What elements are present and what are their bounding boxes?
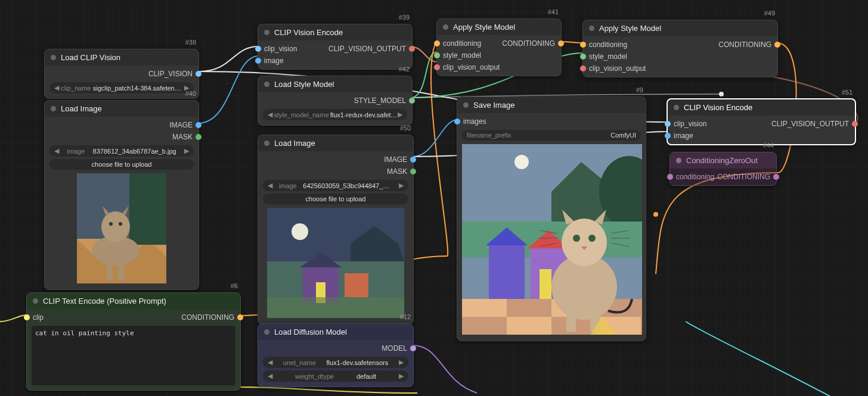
arrow-left-icon[interactable]: ◀ bbox=[54, 147, 59, 155]
node-header[interactable]: Save Image bbox=[457, 97, 646, 113]
arrow-left-icon[interactable]: ◀ bbox=[268, 372, 272, 380]
node-header[interactable]: CLIP Text Encode (Positive Prompt) bbox=[27, 293, 240, 309]
output-style-model[interactable]: STYLE_MODEL bbox=[258, 95, 412, 107]
node-id: #38 bbox=[185, 39, 196, 46]
collapse-toggle-icon[interactable] bbox=[463, 102, 469, 108]
collapse-toggle-icon[interactable] bbox=[33, 298, 38, 304]
input-conditioning[interactable]: conditioning CONDITIONING bbox=[583, 39, 777, 51]
arrow-right-icon[interactable]: ▶ bbox=[399, 358, 404, 366]
node-load-clip-vision[interactable]: #38 Load CLIP Vision CLIP_VISION ◀ clip_… bbox=[44, 49, 199, 99]
input-clip-vision[interactable]: clip_vision CLIP_VISION_OUTPUT bbox=[258, 43, 412, 55]
collapse-toggle-icon[interactable] bbox=[589, 26, 594, 31]
arrow-left-icon[interactable]: ◀ bbox=[268, 358, 272, 366]
node-header[interactable]: Load Diffusion Model bbox=[258, 324, 413, 340]
svg-rect-4 bbox=[129, 173, 166, 245]
output-image[interactable]: IMAGE bbox=[258, 154, 413, 166]
arrow-right-icon[interactable]: ▶ bbox=[399, 372, 404, 380]
collapse-toggle-icon[interactable] bbox=[674, 105, 679, 110]
arrow-right-icon[interactable]: ▶ bbox=[399, 182, 404, 189]
widget-image[interactable]: ◀ image 6425603059_53bc944847_b.jpg ▶ bbox=[263, 180, 408, 191]
svg-rect-26 bbox=[462, 299, 507, 317]
widget-clip-name[interactable]: ◀ clip_name sigclip_patch14-384.safetens… bbox=[49, 82, 194, 93]
arrow-left-icon[interactable]: ◀ bbox=[54, 84, 59, 92]
node-id: #12 bbox=[400, 313, 411, 320]
upload-button[interactable]: choose file to upload bbox=[263, 194, 408, 204]
collapse-toggle-icon[interactable] bbox=[264, 82, 269, 87]
node-apply-style-model-1[interactable]: #41 Apply Style Model conditioning CONDI… bbox=[436, 18, 562, 76]
input-clip[interactable]: clip CONDITIONING bbox=[27, 311, 240, 323]
svg-rect-28 bbox=[507, 317, 551, 335]
node-header[interactable]: Apply Style Model bbox=[437, 19, 561, 35]
svg-point-32 bbox=[573, 235, 580, 242]
prompt-text-input[interactable]: cat in oil painting style bbox=[32, 326, 235, 385]
widget-weight-dtype[interactable]: ◀ weight_dtype default ▶ bbox=[263, 370, 408, 382]
node-save-image[interactable]: #9 Save Image images filename_prefix Com… bbox=[457, 96, 646, 341]
input-style-model[interactable]: style_model bbox=[437, 49, 561, 61]
svg-rect-9 bbox=[107, 257, 113, 280]
input-clip-vision-output[interactable]: clip_vision_output bbox=[437, 61, 561, 73]
widget-style-model-name[interactable]: ◀ style_model_name flux1-redux-dev.safet… bbox=[263, 109, 407, 120]
widget-image[interactable]: ◀ image 8378612_34ab6787ae_b.jpg ▶ bbox=[49, 145, 194, 157]
arrow-right-icon[interactable]: ▶ bbox=[184, 147, 189, 155]
widget-unet-name[interactable]: ◀ unet_name flux1-dev.safetensors ▶ bbox=[263, 357, 408, 368]
input-clip-vision[interactable]: clip_vision CLIP_VISION_OUTPUT bbox=[668, 118, 855, 130]
output-mask[interactable]: MASK bbox=[258, 166, 413, 177]
output-clip-vision[interactable]: CLIP_VISION bbox=[45, 68, 199, 80]
node-header[interactable]: Apply Style Model bbox=[583, 20, 777, 36]
node-title: Load Diffusion Model bbox=[274, 328, 347, 336]
node-header[interactable]: Load Image bbox=[45, 101, 199, 117]
node-clip-vision-encode-2[interactable]: #51 CLIP Vision Encode clip_vision CLIP_… bbox=[666, 98, 856, 145]
image-preview bbox=[267, 208, 404, 318]
input-image[interactable]: image bbox=[668, 130, 855, 142]
widget-filename-prefix[interactable]: filename_prefix ComfyUI bbox=[462, 130, 641, 141]
output-mask[interactable]: MASK bbox=[45, 131, 199, 143]
node-header[interactable]: CLIP Vision Encode bbox=[668, 99, 855, 116]
svg-rect-34 bbox=[566, 305, 576, 332]
svg-rect-17 bbox=[267, 297, 404, 318]
collapse-toggle-icon[interactable] bbox=[264, 141, 269, 146]
collapse-toggle-icon[interactable] bbox=[264, 30, 269, 35]
input-image[interactable]: image bbox=[258, 55, 412, 67]
input-conditioning[interactable]: conditioning CONDITIONING bbox=[670, 171, 776, 183]
node-title: Apply Style Model bbox=[599, 24, 661, 33]
collapse-toggle-icon[interactable] bbox=[264, 329, 269, 335]
node-header[interactable]: Load CLIP Vision bbox=[45, 49, 199, 66]
node-conditioning-zero-out[interactable]: #44 ConditioningZeroOut conditioning CON… bbox=[669, 152, 777, 186]
node-id: #50 bbox=[400, 124, 411, 132]
node-clip-vision-encode[interactable]: #39 CLIP Vision Encode clip_vision CLIP_… bbox=[258, 24, 413, 70]
input-style-model[interactable]: style_model bbox=[583, 51, 777, 63]
node-header[interactable]: CLIP Vision Encode bbox=[258, 24, 412, 40]
node-title: CLIP Vision Encode bbox=[684, 103, 752, 112]
input-images[interactable]: images bbox=[457, 116, 646, 127]
arrow-right-icon[interactable]: ▶ bbox=[398, 111, 402, 119]
svg-point-12 bbox=[292, 223, 308, 240]
svg-point-0 bbox=[719, 92, 724, 96]
collapse-toggle-icon[interactable] bbox=[51, 106, 56, 111]
node-title: Load Image bbox=[274, 139, 315, 148]
arrow-left-icon[interactable]: ◀ bbox=[268, 182, 272, 189]
node-header[interactable]: Load Style Model bbox=[258, 76, 412, 92]
node-load-style-model[interactable]: #42 Load Style Model STYLE_MODEL ◀ style… bbox=[258, 76, 413, 126]
node-apply-style-model-2[interactable]: #49 Apply Style Model conditioning CONDI… bbox=[582, 20, 778, 77]
upload-button[interactable]: choose file to upload bbox=[49, 159, 194, 170]
node-header[interactable]: Load Image bbox=[258, 135, 413, 151]
image-preview bbox=[77, 173, 166, 283]
collapse-toggle-icon[interactable] bbox=[51, 55, 56, 60]
output-preview bbox=[462, 144, 642, 335]
collapse-toggle-icon[interactable] bbox=[676, 158, 681, 163]
input-conditioning[interactable]: conditioning CONDITIONING bbox=[437, 38, 561, 49]
node-header[interactable]: ConditioningZeroOut bbox=[670, 152, 776, 169]
node-title: Load Image bbox=[61, 104, 102, 113]
svg-point-19 bbox=[514, 155, 529, 169]
arrow-left-icon[interactable]: ◀ bbox=[268, 111, 272, 119]
node-title: ConditioningZeroOut bbox=[686, 156, 758, 165]
node-load-image-1[interactable]: #40 Load Image IMAGE MASK ◀ image 837861… bbox=[44, 100, 199, 290]
output-model[interactable]: MODEL bbox=[258, 342, 413, 354]
node-load-diffusion-model[interactable]: #12 Load Diffusion Model MODEL ◀ unet_na… bbox=[258, 323, 414, 387]
output-image[interactable]: IMAGE bbox=[45, 119, 199, 131]
collapse-toggle-icon[interactable] bbox=[443, 24, 448, 30]
node-load-image-2[interactable]: #50 Load Image IMAGE MASK ◀ image 642560… bbox=[258, 135, 414, 325]
input-clip-vision-output[interactable]: clip_vision_output bbox=[583, 63, 777, 74]
node-clip-text-encode[interactable]: #6 CLIP Text Encode (Positive Prompt) cl… bbox=[26, 292, 241, 391]
node-id: #51 bbox=[842, 89, 852, 96]
